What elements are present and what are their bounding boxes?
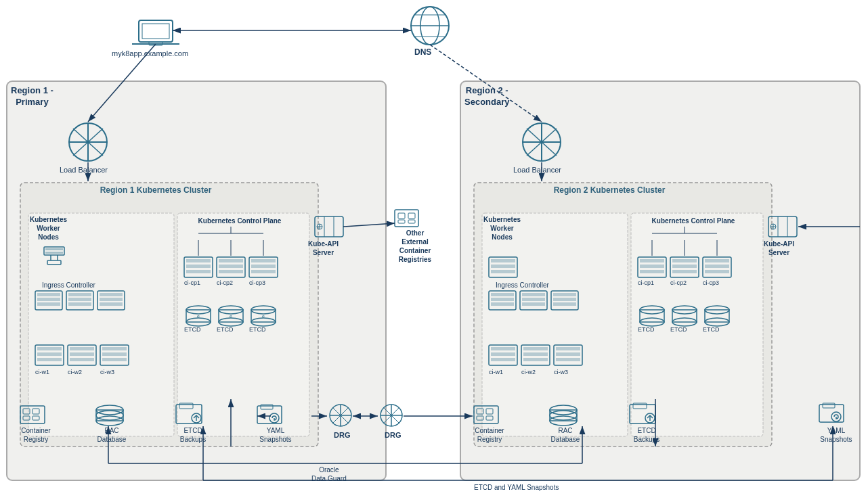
etcd2-3-label: ETCD [703,326,720,334]
svg-point-62 [186,318,211,326]
svg-rect-96 [491,259,515,262]
svg-rect-107 [551,291,578,310]
svg-rect-131 [703,257,731,277]
svg-point-66 [219,318,243,326]
ingress1-label: Ingress Controller [42,281,95,290]
svg-rect-160 [179,403,193,409]
region1-label: Region 1 -Primary [11,85,53,108]
svg-point-166 [330,405,351,426]
svg-rect-42 [44,247,64,255]
svg-rect-110 [553,302,576,306]
drg2-label: DRG [385,430,401,440]
svg-line-28 [527,129,557,156]
svg-point-25 [523,123,561,161]
svg-line-23 [73,129,103,156]
svg-point-20 [69,123,107,161]
svg-rect-119 [554,345,582,365]
svg-rect-159 [176,405,202,423]
etcd1-3-label: ETCD [249,326,266,334]
etcd2-2-label: ETCD [670,326,687,334]
svg-rect-123 [638,257,666,277]
svg-rect-41 [100,302,123,306]
cp1-2-label: ci-cp2 [217,279,233,288]
svg-rect-109 [553,298,576,301]
svg-rect-74 [37,352,62,356]
svg-rect-43 [45,248,63,250]
svg-rect-90 [395,210,418,227]
svg-rect-69 [251,310,276,322]
svg-point-70 [251,318,276,326]
svg-rect-53 [219,259,243,262]
svg-point-171 [381,405,402,426]
svg-point-60 [186,306,211,314]
other-registries-label: OtherExternalContainerRegistries [385,229,446,264]
svg-point-187 [645,413,655,423]
svg-rect-103 [520,291,547,310]
svg-line-175 [383,407,399,423]
svg-text:e: e [197,314,200,319]
svg-rect-180 [486,416,493,420]
svg-rect-39 [100,293,123,296]
kube-api1-label: Kube-APIServer [308,239,339,257]
svg-rect-33 [37,302,60,306]
region2-label: Region 2 -Secondary [464,85,509,108]
cp1-3-label: ci-cp3 [249,279,265,288]
container-reg2-label: ContainerRegistry [466,426,513,444]
svg-rect-97 [491,265,515,268]
svg-rect-54 [219,265,243,268]
rac-db1-label: RACDatabase [88,426,135,444]
etcd2-1-label: ETCD [638,326,655,334]
svg-rect-51 [186,270,211,273]
svg-rect-37 [68,302,91,306]
svg-rect-116 [523,347,548,350]
svg-rect-179 [477,416,483,420]
svg-rect-189 [819,405,844,422]
svg-rect-136 [640,310,664,322]
svg-rect-177 [477,409,483,414]
svg-rect-35 [68,293,91,296]
svg-point-155 [96,405,123,415]
svg-rect-47 [47,260,61,265]
svg-rect-44 [45,252,63,254]
svg-rect-150 [20,406,45,423]
cluster1-label: Region 1 Kubernetes Cluster [61,185,251,196]
cp1-1-label: ci-cp1 [184,279,200,288]
ingress2-label: Ingress Controller [496,281,549,290]
svg-point-87 [317,224,322,229]
svg-line-194 [430,45,542,122]
svg-rect-186 [633,403,647,409]
svg-rect-111 [489,345,517,365]
lb1-label: Load Balancer [60,165,108,175]
svg-rect-7 [28,213,174,436]
svg-line-174 [383,407,399,423]
control-plane1-label: Kubernetes Control Plane [179,216,301,225]
svg-rect-31 [37,293,60,296]
w2-1-label: ci-w1 [489,369,503,377]
etcd-backups2-label: ETCDBackups [623,426,670,444]
svg-rect-178 [486,409,493,414]
svg-rect-100 [491,293,514,296]
svg-rect-8 [482,213,628,436]
etcd1-2-label: ETCD [217,326,234,334]
svg-rect-108 [553,293,576,296]
worker-nodes2-label: KubernetesWorkerNodes [483,215,521,242]
svg-rect-185 [630,405,655,423]
svg-rect-32 [37,298,60,301]
svg-line-24 [73,129,103,156]
svg-point-181 [550,405,577,415]
svg-rect-104 [522,293,545,296]
svg-rect-122 [556,358,580,361]
w1-1-label: ci-w1 [35,369,49,377]
svg-rect-19 [149,42,162,45]
svg-line-29 [527,129,557,156]
svg-point-135 [640,306,664,314]
svg-rect-73 [37,347,62,350]
svg-rect-151 [23,409,30,414]
svg-rect-118 [523,358,548,361]
w2-2-label: ci-w2 [521,369,536,377]
lb2-label: Load Balancer [513,165,561,175]
svg-point-161 [192,413,201,423]
svg-rect-16 [139,20,173,42]
svg-rect-117 [523,352,548,356]
svg-rect-57 [251,259,276,262]
